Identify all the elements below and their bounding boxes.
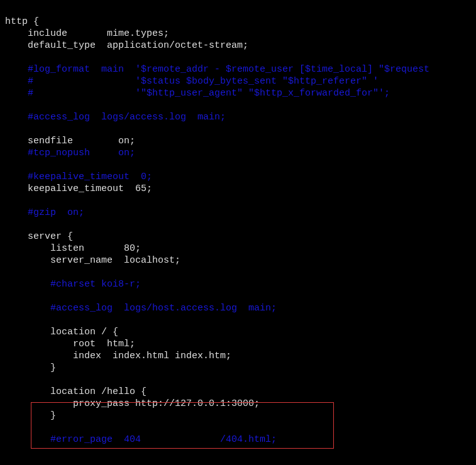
code-comment: #gzip on; xyxy=(5,207,84,218)
code-comment: #access_log logs/access.log main; xyxy=(5,112,226,123)
code-comment: # '"$http_user_agent" "$http_x_forwarded… xyxy=(5,88,390,99)
code-comment: #error_page 404 /404.html; xyxy=(5,434,277,445)
code-line: server { xyxy=(5,231,73,242)
code-line: include mime.types; xyxy=(5,28,169,39)
code-line: location / { xyxy=(5,327,118,337)
code-line: } xyxy=(5,410,56,421)
code-line: index index.html index.htm; xyxy=(5,351,231,361)
code-comment: #keepalive_timeout 0; xyxy=(5,172,152,182)
code-comment: #tcp_nopush on; xyxy=(5,148,135,158)
code-line: sendfile on; xyxy=(5,136,135,146)
code-line: default_type application/octet-stream; xyxy=(5,40,248,51)
code-comment: #access_log logs/host.access.log main; xyxy=(5,303,277,314)
code-comment: #log_format main '$remote_addr - $remote… xyxy=(5,64,429,75)
code-line: listen 80; xyxy=(5,243,141,254)
code-line: server_name localhost; xyxy=(5,255,180,266)
code-comment: # '$status $body_bytes_sent "$http_refer… xyxy=(5,76,379,87)
code-line: } xyxy=(5,363,56,373)
code-line: proxy_pass http://127.0.0.1:3000; xyxy=(5,398,260,409)
code-line: http { xyxy=(5,16,39,27)
code-editor: http { include mime.types; default_type … xyxy=(0,0,476,457)
code-line: keepalive_timeout 65; xyxy=(5,183,152,194)
code-comment: #charset koi8-r; xyxy=(5,279,141,290)
code-line: root html; xyxy=(5,339,135,349)
code-line: location /hello { xyxy=(5,386,147,397)
